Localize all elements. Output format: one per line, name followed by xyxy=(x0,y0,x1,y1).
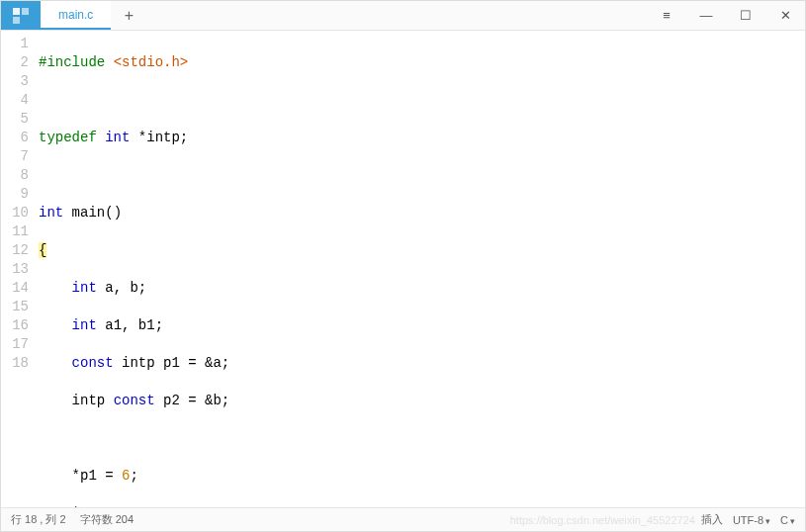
line-number: 16 xyxy=(1,316,29,335)
language-dropdown[interactable]: C▾ xyxy=(780,514,795,526)
line-number: 4 xyxy=(1,91,29,110)
line-number: 8 xyxy=(1,166,29,185)
logo-icon xyxy=(12,7,30,25)
line-number: 7 xyxy=(1,147,29,166)
statusbar: 行 18 , 列 2 字符数 204 https://blog.csdn.net… xyxy=(1,507,805,531)
line-number: 3 xyxy=(1,72,29,91)
chevron-down-icon: ▾ xyxy=(790,516,795,526)
status-right: 插入 UTF-8▾ C▾ xyxy=(701,512,795,527)
svg-rect-0 xyxy=(13,8,20,15)
titlebar: main.c + ≡ — ☐ ✕ xyxy=(1,1,805,31)
line-number: 14 xyxy=(1,279,29,298)
code-line: int main() xyxy=(39,204,805,222)
tab-main-c[interactable]: main.c xyxy=(41,1,111,30)
code-line: intp const p2 = &b; xyxy=(39,392,805,410)
close-button[interactable]: ✕ xyxy=(765,1,805,30)
code-line: typedef int *intp; xyxy=(39,129,805,147)
code-line: *p1 = 6; xyxy=(39,467,805,486)
encoding-dropdown[interactable]: UTF-8▾ xyxy=(733,514,770,526)
tab-label: main.c xyxy=(58,8,93,22)
titlebar-spacer xyxy=(146,1,647,30)
watermark-text: https://blog.csdn.net/weixin_45522724 xyxy=(510,514,695,526)
minimize-icon: — xyxy=(700,8,713,23)
new-tab-button[interactable]: + xyxy=(111,1,146,30)
app-icon xyxy=(1,1,41,30)
line-number: 1 xyxy=(1,35,29,53)
maximize-icon: ☐ xyxy=(740,8,752,23)
line-number-gutter: 123456789101112131415161718 xyxy=(1,35,39,507)
status-left: 行 18 , 列 2 字符数 204 xyxy=(11,512,134,527)
char-count: 字符数 204 xyxy=(80,512,134,527)
code-line: const intp p1 = &a; xyxy=(39,354,805,373)
window-controls: ≡ — ☐ ✕ xyxy=(647,1,805,30)
insert-mode[interactable]: 插入 xyxy=(701,512,723,527)
line-number: 6 xyxy=(1,129,29,147)
code-line xyxy=(39,91,805,110)
line-number: 15 xyxy=(1,298,29,316)
line-number: 2 xyxy=(1,53,29,72)
code-line xyxy=(39,429,805,448)
editor-area[interactable]: 123456789101112131415161718 #include <st… xyxy=(1,31,805,507)
svg-rect-2 xyxy=(13,17,20,24)
hamburger-icon: ≡ xyxy=(663,8,671,23)
code-line: int a1, b1; xyxy=(39,316,805,335)
code-line: #include <stdio.h> xyxy=(39,53,805,72)
line-number: 18 xyxy=(1,354,29,373)
maximize-button[interactable]: ☐ xyxy=(726,1,765,30)
code-content[interactable]: #include <stdio.h> typedef int *intp; in… xyxy=(39,35,805,507)
chevron-down-icon: ▾ xyxy=(765,516,770,526)
line-number: 12 xyxy=(1,241,29,260)
line-number: 11 xyxy=(1,222,29,241)
plus-icon: + xyxy=(125,7,134,25)
code-line: int a, b; xyxy=(39,279,805,298)
svg-rect-1 xyxy=(22,8,29,15)
minimize-button[interactable]: — xyxy=(686,1,726,30)
close-icon: ✕ xyxy=(780,8,791,23)
code-line: { xyxy=(39,241,805,260)
line-number: 9 xyxy=(1,185,29,204)
menu-button[interactable]: ≡ xyxy=(647,1,686,30)
line-number: 10 xyxy=(1,204,29,222)
code-line xyxy=(39,166,805,185)
line-number: 13 xyxy=(1,260,29,279)
cursor-position[interactable]: 行 18 , 列 2 xyxy=(11,512,66,527)
line-number: 5 xyxy=(1,110,29,129)
line-number: 17 xyxy=(1,335,29,354)
